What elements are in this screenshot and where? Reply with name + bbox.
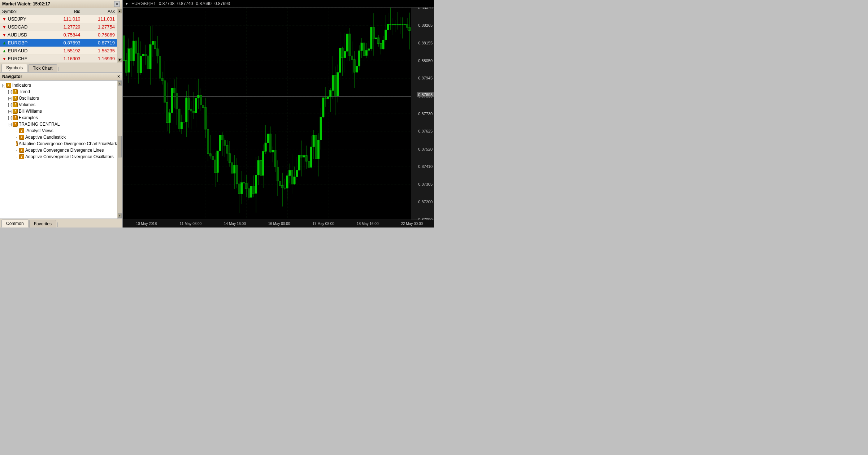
svg-rect-228: [390, 24, 392, 25]
svg-rect-232: [394, 24, 396, 25]
market-row-symbol[interactable]: ▼ USDCAD: [0, 23, 48, 31]
nav-item-label: Adaptive Convergence Divergence Lines: [25, 148, 104, 153]
svg-rect-98: [233, 165, 235, 173]
market-row-bid: 111.010: [48, 15, 82, 23]
svg-rect-58: [185, 98, 187, 122]
market-watch-scrollbar[interactable]: ▲ ▼: [117, 8, 122, 63]
market-row-ask: 0.75869: [83, 31, 117, 39]
nav-scroll-thumb[interactable]: [118, 136, 122, 157]
svg-rect-70: [200, 95, 202, 105]
svg-rect-30: [152, 41, 154, 45]
market-row-symbol[interactable]: ▲ EURAUD: [0, 47, 48, 55]
nav-item-label: Examples: [19, 115, 38, 120]
svg-rect-222: [382, 40, 385, 49]
nav-tree-item[interactable]: [+]fOscillators: [0, 95, 117, 101]
leaf-icon: ·: [14, 148, 19, 152]
chart-panel: ▼ EURGBP,H1 0.87708 0.87740 0.87690 0.87…: [123, 0, 434, 228]
svg-rect-208: [365, 51, 368, 56]
svg-rect-130: [272, 150, 274, 152]
svg-rect-3: [123, 8, 411, 220]
svg-rect-26: [147, 56, 149, 69]
market-watch-table: Symbol Bid Ask ▼ USDJPY 111.010 111.031 …: [0, 8, 117, 63]
svg-rect-244: [409, 27, 411, 30]
tab-tick-chart[interactable]: Tick Chart: [28, 64, 57, 72]
market-row-symbol[interactable]: ▼ EURCHF: [0, 55, 48, 63]
nav-tree-item[interactable]: · fAdaptive Convergence Divergence Lines: [0, 147, 117, 153]
svg-rect-188: [342, 48, 344, 58]
nav-item-label: Volumes: [19, 102, 35, 107]
svg-rect-82: [214, 160, 216, 173]
tab-common[interactable]: Common: [1, 220, 29, 228]
svg-rect-226: [387, 24, 389, 30]
svg-rect-64: [192, 111, 195, 113]
svg-rect-90: [224, 140, 226, 145]
symbol-name: AUDUSD: [8, 32, 27, 38]
market-row-bid: 0.87693: [48, 39, 82, 47]
svg-rect-186: [339, 48, 341, 73]
leaf-icon: ·: [14, 135, 19, 139]
market-row-ask: 1.55235: [83, 47, 117, 55]
nav-tree-item[interactable]: [+]fBill Williams: [0, 108, 117, 114]
navigator-scrollbar[interactable]: ▲ ▼: [117, 81, 122, 218]
nav-item-label: Adaptive Candlestick: [25, 135, 66, 140]
nav-tree-item[interactable]: [+]fVolumes: [0, 101, 117, 108]
svg-rect-42: [166, 102, 168, 123]
chart-header: ▼ EURGBP,H1 0.87708 0.87740 0.87690 0.87…: [123, 0, 434, 8]
price-label: 0.88050: [417, 58, 434, 63]
svg-rect-8: [125, 61, 127, 73]
svg-rect-102: [238, 184, 240, 194]
chart-arrow: ▼: [125, 2, 129, 6]
price-label: 0.87200: [417, 200, 434, 204]
svg-rect-198: [353, 60, 356, 72]
direction-icon: ▼: [2, 17, 6, 22]
f-icon: f: [19, 128, 24, 133]
tab-favorites[interactable]: Favorites: [29, 220, 56, 228]
svg-rect-22: [142, 54, 144, 56]
market-row-ask: 111.031: [83, 15, 117, 23]
nav-tree-item[interactable]: [-]fIndicators: [0, 82, 117, 88]
nav-tree-item[interactable]: · fAdaptive Convergence Divergence Chart…: [0, 140, 117, 147]
svg-rect-182: [334, 75, 337, 96]
price-label: 0.88155: [417, 41, 434, 45]
tab-symbols[interactable]: Symbols: [1, 64, 27, 72]
market-row-symbol[interactable]: ▼ USDJPY: [0, 15, 48, 23]
time-label: 10 May 2018: [124, 222, 169, 226]
svg-rect-28: [149, 44, 152, 69]
svg-rect-206: [363, 43, 365, 55]
f-icon: f: [13, 115, 18, 120]
svg-rect-80: [212, 156, 214, 160]
chart-canvas-area[interactable]: [123, 8, 411, 220]
nav-tree-item[interactable]: [-]fTRADING CENTRAL: [0, 121, 117, 127]
direction-icon: ▼: [2, 25, 6, 30]
nav-tree-item[interactable]: [+]fExamples: [0, 114, 117, 121]
svg-rect-100: [236, 165, 238, 184]
svg-rect-12: [130, 49, 132, 61]
chart-price-3: 0.87693: [214, 1, 230, 6]
svg-rect-112: [250, 186, 252, 198]
f-icon: f: [13, 109, 18, 114]
market-watch-close-btn[interactable]: ×: [114, 1, 120, 7]
market-row-bid: 1.27729: [48, 23, 82, 31]
svg-rect-44: [169, 113, 171, 123]
svg-rect-160: [308, 161, 310, 167]
leaf-icon: ·: [14, 155, 19, 159]
time-label: 17 May 08:00: [301, 222, 346, 226]
svg-rect-20: [140, 56, 142, 73]
nav-tree-item[interactable]: · f.Analyst Views: [0, 127, 117, 134]
svg-rect-200: [356, 66, 358, 72]
f-icon: f: [16, 141, 18, 146]
f-icon: f: [19, 148, 24, 153]
nav-tree-item[interactable]: [+]fTrend: [0, 88, 117, 95]
svg-rect-126: [267, 134, 269, 143]
nav-tree-item[interactable]: · fAdaptive Convergence Divergence Oscil…: [0, 153, 117, 160]
svg-rect-122: [262, 151, 264, 176]
market-row-symbol[interactable]: ▲ EURGBP: [0, 39, 48, 47]
svg-rect-114: [253, 186, 255, 193]
svg-rect-110: [248, 188, 250, 198]
navigator-close-btn[interactable]: ×: [117, 74, 120, 79]
nav-tree-item[interactable]: · fAdaptive Candlestick: [0, 134, 117, 140]
expand-icon: [+]: [8, 96, 12, 100]
nav-item-label: TRADING CENTRAL: [19, 122, 60, 127]
market-row-symbol[interactable]: ▼ AUDUSD: [0, 31, 48, 39]
svg-rect-154: [301, 155, 303, 157]
